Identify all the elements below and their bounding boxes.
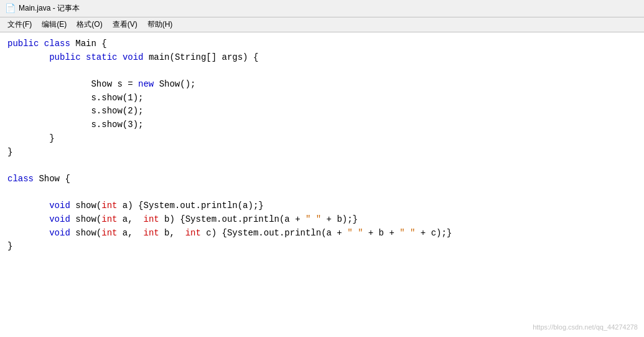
code-line-14: void show(int a, int b) {System.out.prin… [7,213,637,227]
code-line-13: void show(int a) {System.out.println(a);… [7,199,637,213]
code-line-1: public class Main { [7,37,637,51]
code-line-2: public static void main(String[] args) { [7,51,637,65]
code-line-7: s.show(3); [7,118,637,132]
window-title: Main.java - 记事本 [19,3,80,14]
menu-bar: 文件(F) 编辑(E) 格式(O) 查看(V) 帮助(H) [0,17,644,32]
code-line-5: s.show(1); [7,92,637,105]
code-line-4: Show s = new Show(); [7,78,637,92]
code-line-16: } [7,240,637,254]
menu-format[interactable]: 格式(O) [72,18,107,31]
menu-help[interactable]: 帮助(H) [142,18,178,31]
code-line-8: } [7,132,637,146]
code-line-11: class Show { [7,173,637,186]
code-line-10 [7,159,637,173]
code-line-12 [7,186,637,200]
code-line-6: s.show(2); [7,105,637,118]
code-line-15: void show(int a, int b, int c) {System.o… [7,227,637,240]
title-bar: 📄 Main.java - 记事本 [0,0,644,17]
code-editor[interactable]: public class Main { public static void m… [0,32,644,337]
menu-file[interactable]: 文件(F) [2,18,37,31]
menu-view[interactable]: 查看(V) [108,18,142,31]
code-line-3 [7,64,637,78]
code-line-9: } [7,146,637,159]
app-icon: 📄 [5,4,15,14]
menu-edit[interactable]: 编辑(E) [37,18,72,31]
watermark: https://blog.csdn.net/qq_44274278 [533,323,638,331]
